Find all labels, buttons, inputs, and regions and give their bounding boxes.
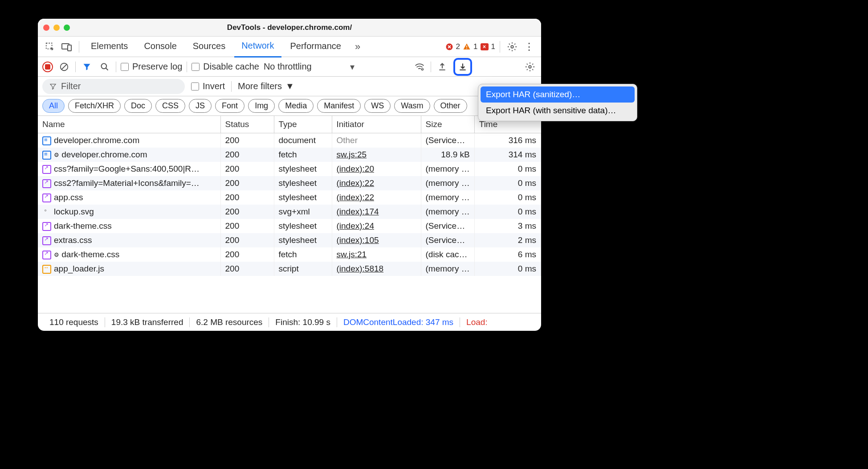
warning-icon[interactable]	[463, 43, 471, 51]
chip-doc[interactable]: Doc	[124, 99, 152, 113]
device-toolbar-icon[interactable]	[59, 39, 74, 54]
export-har-button[interactable]	[453, 58, 472, 76]
chip-media[interactable]: Media	[278, 99, 314, 113]
request-status: 200	[220, 262, 274, 276]
chip-js[interactable]: JS	[189, 99, 212, 113]
inspect-element-icon[interactable]	[42, 39, 57, 54]
load-time: Load:	[460, 317, 494, 327]
search-icon[interactable]	[98, 60, 111, 74]
col-type[interactable]: Type	[274, 116, 332, 133]
table-row[interactable]: css2?family=Material+Icons&family=…200st…	[38, 176, 541, 190]
table-row[interactable]: dark-theme.css200stylesheet(index):24(Se…	[38, 219, 541, 233]
tab-network[interactable]: Network	[234, 36, 281, 58]
chip-all[interactable]: All	[42, 99, 65, 113]
css-file-icon	[42, 193, 51, 202]
table-row[interactable]: lockup.svg200svg+xml(index):174(memory ……	[38, 205, 541, 219]
request-size: (memory …	[421, 162, 474, 176]
col-status[interactable]: Status	[220, 116, 274, 133]
request-size: (Service…	[421, 233, 474, 247]
menu-item-export-har-1[interactable]: Export HAR (with sensitive data)…	[481, 103, 635, 119]
invert-checkbox[interactable]: Invert	[191, 81, 225, 91]
request-initiator[interactable]: sw.js:21	[337, 250, 367, 259]
request-time: 3 ms	[474, 219, 541, 233]
request-name: dark-theme.css	[61, 250, 119, 259]
col-initiator[interactable]: Initiator	[332, 116, 421, 133]
request-time: 316 ms	[474, 133, 541, 148]
devtools-window: DevTools - developer.chrome.com/ Element…	[38, 19, 541, 331]
more-filters-dropdown[interactable]: More filters ▼	[238, 81, 294, 91]
more-tabs-icon[interactable]: »	[350, 39, 365, 54]
tab-elements[interactable]: Elements	[84, 37, 135, 57]
kebab-menu-icon[interactable]: ⋮	[522, 39, 537, 54]
request-size: (memory …	[421, 190, 474, 205]
css-file-icon	[42, 251, 51, 259]
throttling-select[interactable]: No throttling ▾	[264, 62, 319, 72]
request-initiator[interactable]: sw.js:25	[337, 150, 367, 159]
request-type: fetch	[274, 148, 332, 162]
finish-time: Finish: 10.99 s	[269, 317, 337, 327]
request-time: 0 ms	[474, 262, 541, 276]
chip-img[interactable]: Img	[248, 99, 275, 113]
chip-font[interactable]: Font	[215, 99, 245, 113]
filter-row: Filter Invert More filters ▼	[38, 77, 541, 96]
tab-sources[interactable]: Sources	[186, 37, 232, 57]
issue-count: 1	[491, 42, 495, 51]
request-status: 200	[220, 148, 274, 162]
request-initiator[interactable]: (index):22	[337, 178, 375, 188]
tab-console[interactable]: Console	[137, 37, 183, 57]
chip-ws[interactable]: WS	[364, 99, 391, 113]
import-har-icon[interactable]	[436, 60, 449, 74]
css-file-icon	[42, 179, 51, 188]
clear-button[interactable]	[57, 60, 71, 74]
chevron-down-icon: ▼	[285, 81, 294, 91]
tab-performance[interactable]: Performance	[283, 37, 349, 57]
col-size[interactable]: Size	[421, 116, 474, 133]
close-window-button[interactable]	[43, 25, 49, 31]
filter-toggle-icon[interactable]	[80, 60, 94, 74]
error-icon[interactable]	[445, 43, 453, 51]
request-initiator[interactable]: (index):174	[337, 207, 379, 216]
warning-count: 1	[473, 42, 477, 51]
table-row[interactable]: ⚙ developer.chrome.com200fetchsw.js:2518…	[38, 148, 541, 162]
network-conditions-icon[interactable]	[413, 60, 426, 74]
maximize-window-button[interactable]	[64, 25, 70, 31]
request-type: fetch	[274, 247, 332, 262]
preserve-log-checkbox[interactable]: Preserve log	[121, 62, 182, 72]
request-status: 200	[220, 233, 274, 247]
record-button[interactable]	[42, 62, 53, 72]
request-initiator[interactable]: (index):5818	[337, 264, 384, 273]
chip-wasm[interactable]: Wasm	[394, 99, 430, 113]
request-name: app_loader.js	[54, 264, 104, 273]
disable-cache-checkbox[interactable]: Disable cache	[192, 62, 259, 72]
minimize-window-button[interactable]	[53, 25, 60, 31]
request-name: dark-theme.css	[54, 221, 112, 230]
issue-icon[interactable]: ×	[481, 43, 489, 50]
request-name: lockup.svg	[54, 207, 94, 216]
filter-input[interactable]: Filter	[42, 79, 185, 94]
request-size: (disk cac…	[421, 247, 474, 262]
table-row[interactable]: developer.chrome.com200documentOther(Ser…	[38, 133, 541, 148]
settings-gear-icon[interactable]	[505, 39, 520, 54]
request-initiator[interactable]: (index):24	[337, 221, 375, 230]
request-initiator[interactable]: (index):22	[337, 193, 375, 202]
table-row[interactable]: extras.css200stylesheet(index):105(Servi…	[38, 233, 541, 247]
table-row[interactable]: app.css200stylesheet(index):22(memory …0…	[38, 190, 541, 205]
network-settings-gear-icon[interactable]	[523, 60, 537, 74]
svg-point-10	[529, 66, 531, 68]
chip-css[interactable]: CSS	[155, 99, 185, 113]
table-row[interactable]: ⚙ dark-theme.css200fetchsw.js:21(disk ca…	[38, 247, 541, 262]
chip-fetchxhr[interactable]: Fetch/XHR	[68, 99, 121, 113]
request-initiator[interactable]: (index):20	[337, 164, 375, 173]
request-name: css?family=Google+Sans:400,500|R…	[54, 164, 200, 173]
request-initiator[interactable]: (index):105	[337, 235, 379, 245]
window-title: DevTools - developer.chrome.com/	[70, 23, 509, 32]
menu-item-export-har-0[interactable]: Export HAR (sanitized)…	[481, 86, 635, 103]
col-name[interactable]: Name	[38, 116, 220, 133]
error-count: 2	[456, 42, 460, 51]
table-row[interactable]: app_loader.js200script(index):5818(memor…	[38, 262, 541, 276]
chip-other[interactable]: Other	[434, 99, 467, 113]
request-type: stylesheet	[274, 190, 332, 205]
table-row[interactable]: css?family=Google+Sans:400,500|R…200styl…	[38, 162, 541, 176]
traffic-lights	[43, 25, 70, 31]
chip-manifest[interactable]: Manifest	[317, 99, 361, 113]
